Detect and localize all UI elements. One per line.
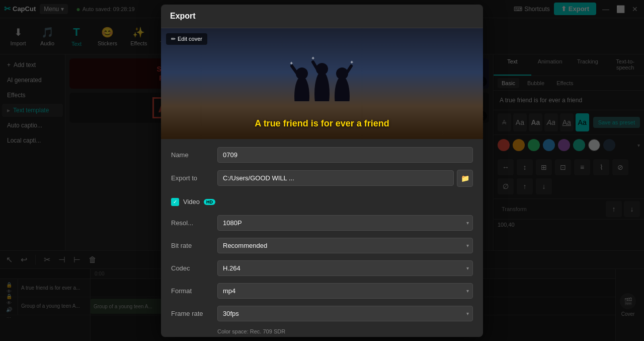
framerate-label: Frame rate [171,310,211,317]
preview-caption: A true friend is for ever a friend [255,118,389,128]
codec-select[interactable]: H.264 H.265 [217,260,473,276]
resolution-row: Resol... 1080P 720P 480P 4K ▾ [171,215,473,231]
codec-row: Codec H.264 H.265 ▾ [171,260,473,276]
export-modal: Export [161,5,483,337]
name-label: Name [171,151,211,159]
export-to-row: Export to 📁 [171,170,473,187]
resolution-select[interactable]: 1080P 720P 480P 4K [217,215,473,231]
bitrate-select[interactable]: Recommended Low Medium High [217,238,473,253]
export-to-label: Export to [171,174,211,182]
people-svg: ✦ ✦ ✦ [272,41,372,101]
resolution-select-wrap: 1080P 720P 480P 4K ▾ [217,215,473,231]
name-row: Name [171,147,473,163]
video-section-header: ✓ Video HD [171,194,473,208]
svg-text:✦: ✦ [350,59,354,65]
framerate-select[interactable]: 30fps 24fps 60fps [217,306,473,321]
bitrate-label: Bit rate [171,242,211,249]
folder-browse-button[interactable]: 📁 [457,170,473,187]
codec-select-wrap: H.264 H.265 ▾ [217,260,473,276]
modal-title: Export [170,12,196,20]
color-space-text: Color space: Rec. 709 SDR [217,328,285,334]
edit-icon: ✏ [171,36,176,42]
export-preview: ✦ ✦ ✦ A true friend is for ever a friend… [161,28,483,139]
format-select-wrap: mp4 mov avi ▾ [217,283,473,299]
format-row: Format mp4 mov avi ▾ [171,283,473,299]
name-input[interactable] [217,147,473,163]
video-checkbox[interactable]: ✓ [171,198,179,206]
folder-icon: 📁 [461,174,469,182]
svg-text:✦: ✦ [311,55,315,61]
resolution-label: Resol... [171,219,211,227]
path-input[interactable] [217,170,454,186]
video-badge: HD [204,199,215,205]
edit-cover-button[interactable]: ✏ Edit cover [166,33,207,45]
edit-cover-label: Edit cover [178,36,202,42]
video-section-label: Video [183,198,200,206]
framerate-row: Frame rate 30fps 24fps 60fps ▾ [171,306,473,321]
framerate-select-wrap: 30fps 24fps 60fps ▾ [217,306,473,321]
codec-label: Codec [171,264,211,272]
export-modal-overlay: Export [0,0,644,341]
svg-text:✦: ✦ [289,60,293,66]
modal-header: Export [161,5,483,28]
bitrate-row: Bit rate Recommended Low Medium High ▾ [171,238,473,253]
bitrate-select-wrap: Recommended Low Medium High ▾ [217,238,473,253]
color-space-note: Color space: Rec. 709 SDR [217,328,473,334]
path-input-wrap: 📁 [217,170,473,187]
export-form: Name Export to 📁 ✓ Video [161,139,483,337]
preview-text-overlay: A true friend is for ever a friend [161,118,483,129]
modal-body: ✦ ✦ ✦ A true friend is for ever a friend… [161,28,483,337]
format-label: Format [171,287,211,295]
format-select[interactable]: mp4 mov avi [217,283,473,299]
